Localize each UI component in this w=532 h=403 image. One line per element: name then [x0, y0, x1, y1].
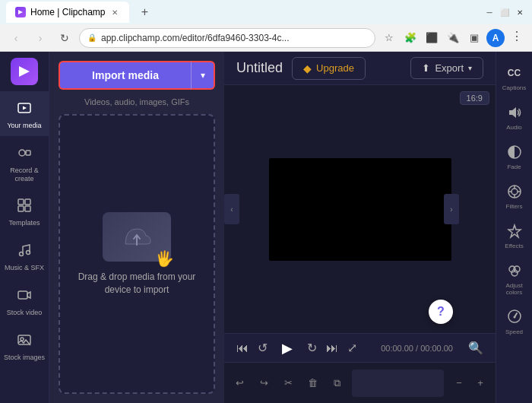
delete-button[interactable]: 🗑	[303, 374, 321, 392]
right-item-filters[interactable]: Filters	[496, 176, 532, 216]
filters-icon	[505, 182, 524, 201]
play-button[interactable]: ▶	[277, 338, 298, 359]
your-media-label: Your media	[7, 122, 41, 130]
effects-label: Effects	[505, 243, 523, 249]
export-arrow-icon: ⬆	[422, 62, 430, 74]
redo-button[interactable]: ↪	[255, 374, 273, 392]
puzzle-icon[interactable]: 🔌	[444, 29, 462, 47]
address-bar-actions: ☆ 🧩 ⬛ 🔌 ▣ A ⋮	[380, 29, 526, 47]
timeline-track-area[interactable]	[352, 370, 444, 397]
fade-icon	[505, 143, 524, 161]
media-hint-text: Videos, audio, images, GIFs	[59, 97, 215, 106]
forward-button[interactable]: ›	[30, 28, 50, 48]
main-content: Untitled ◆ Upgrade ⬆ Export ▾ 16:9 ‹ › ?…	[224, 52, 496, 403]
right-panel: CC Captions Audio Fade Filters Effects	[496, 52, 532, 403]
fast-forward-button[interactable]: ↻	[307, 341, 317, 355]
expand-button[interactable]: ⤢	[347, 341, 357, 355]
profile-avatar[interactable]: A	[486, 29, 505, 47]
svg-rect-9	[25, 206, 30, 211]
music-sfx-icon	[14, 240, 35, 261]
duplicate-button[interactable]: ⧉	[328, 374, 346, 392]
export-chevron-icon: ▾	[468, 64, 472, 72]
diamond-icon: ◆	[303, 62, 312, 75]
maximize-button[interactable]: ⬜	[499, 6, 511, 18]
rewind-button[interactable]: ↺	[258, 341, 268, 355]
app-container: Your media Record &create Templates Musi…	[0, 52, 532, 403]
svg-rect-7	[25, 199, 30, 205]
aspect-ratio-badge[interactable]: 16:9	[460, 91, 489, 105]
minimize-button[interactable]: ─	[483, 6, 496, 18]
right-item-fade[interactable]: Fade	[496, 137, 532, 176]
bookmark-icon[interactable]: ☆	[380, 29, 398, 47]
svg-marker-0	[18, 10, 23, 14]
import-dropdown-button[interactable]: ▾	[191, 61, 215, 90]
record-create-label: Record &create	[10, 167, 39, 183]
effects-icon	[505, 222, 524, 240]
tab-close-button[interactable]: ✕	[109, 7, 120, 17]
stock-images-icon	[14, 329, 35, 351]
sidebar-item-stock-images[interactable]: Stock images	[0, 323, 49, 368]
drop-zone-text: Drag & drop media from your device to im…	[72, 271, 201, 297]
speed-label: Speed	[505, 328, 523, 335]
tab-favicon	[15, 7, 26, 17]
captions-label: Captions	[502, 84, 527, 91]
zoom-out-button[interactable]: 🔍	[468, 341, 483, 355]
sidebar-item-templates[interactable]: Templates	[0, 189, 49, 233]
sidebar-item-record-create[interactable]: Record &create	[0, 136, 49, 189]
speed-icon	[505, 308, 524, 326]
close-window-button[interactable]: ✕	[514, 6, 526, 18]
time-display: 00:00.00 / 00:00.00	[381, 344, 453, 353]
title-bar: Home | Clipchamp ✕ + ─ ⬜ ✕	[0, 0, 532, 24]
url-text: app.clipchamp.com/editor/6dfa9460-3303-4…	[101, 33, 367, 43]
stock-video-icon	[14, 284, 35, 306]
stock-video-label: Stock video	[7, 309, 43, 317]
svg-rect-6	[18, 199, 24, 205]
sidebar-item-your-media[interactable]: Your media	[0, 91, 49, 136]
skip-back-button[interactable]: ⏮	[236, 341, 249, 355]
right-item-speed[interactable]: Speed	[496, 302, 532, 341]
tab-title: Home | Clipchamp	[30, 7, 105, 17]
svg-rect-12	[18, 291, 27, 299]
right-item-adjust-colors[interactable]: Adjust colors	[496, 255, 532, 302]
right-item-captions[interactable]: CC Captions	[496, 58, 532, 97]
project-title[interactable]: Untitled	[236, 60, 283, 76]
url-bar[interactable]: 🔒 app.clipchamp.com/editor/6dfa9460-3303…	[79, 28, 375, 48]
preview-right-arrow[interactable]: ›	[444, 194, 459, 224]
your-media-icon	[14, 97, 35, 119]
svg-point-17	[511, 189, 518, 195]
right-item-audio[interactable]: Audio	[496, 97, 532, 137]
back-button[interactable]: ‹	[6, 28, 26, 48]
window-controls: ─ ⬜ ✕	[483, 6, 526, 18]
right-item-effects[interactable]: Effects	[496, 216, 532, 255]
preview-left-arrow[interactable]: ‹	[224, 194, 239, 224]
browser-tab[interactable]: Home | Clipchamp ✕	[6, 2, 129, 23]
zoom-in-timeline-button[interactable]: +	[471, 374, 489, 392]
upgrade-label: Upgrade	[316, 62, 354, 74]
import-btn-row: Import media ▾	[59, 61, 215, 90]
sidebar-toggle-icon[interactable]: ▣	[465, 29, 483, 47]
new-tab-button[interactable]: +	[135, 3, 154, 21]
refresh-button[interactable]: ↻	[55, 28, 74, 48]
export-label: Export	[435, 62, 464, 74]
sidebar-item-stock-video[interactable]: Stock video	[0, 278, 49, 323]
drop-zone[interactable]: 🖐 Drag & drop media from your device to …	[59, 114, 215, 394]
sidebar-item-music-sfx[interactable]: Music & SFX	[0, 233, 49, 278]
top-bar: Untitled ◆ Upgrade ⬆ Export ▾	[224, 52, 496, 85]
record-create-icon	[14, 142, 35, 163]
browser-menu-button[interactable]: ⋮	[508, 29, 526, 47]
zoom-out-timeline-button[interactable]: −	[450, 374, 468, 392]
cut-button[interactable]: ✂	[279, 374, 297, 392]
skip-forward-button[interactable]: ⏭	[326, 341, 338, 355]
sidebar: Your media Record &create Templates Musi…	[0, 52, 49, 403]
stock-images-label: Stock images	[4, 354, 45, 362]
help-button[interactable]: ?	[429, 300, 453, 324]
extensions-icon[interactable]: 🧩	[401, 29, 420, 47]
upgrade-button[interactable]: ◆ Upgrade	[292, 57, 366, 80]
extension-red-icon[interactable]: ⬛	[423, 29, 441, 47]
drop-zone-icon: 🖐	[103, 212, 171, 262]
undo-button[interactable]: ↩	[230, 374, 249, 392]
dropdown-chevron-icon: ▾	[201, 70, 205, 81]
playback-controls: ⏮ ↺ ▶ ↻ ⏭ ⤢ 00:00.00 / 00:00.00 🔍	[224, 333, 496, 362]
export-button[interactable]: ⬆ Export ▾	[410, 57, 483, 79]
import-media-button[interactable]: Import media	[59, 61, 191, 90]
